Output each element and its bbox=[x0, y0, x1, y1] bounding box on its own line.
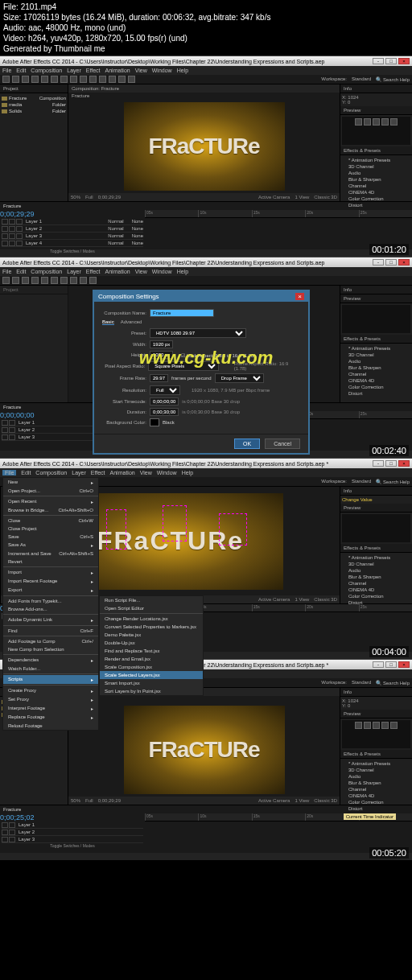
camera-view[interactable]: Active Camera bbox=[258, 195, 290, 200]
menu-item[interactable]: Browse Add-ons... bbox=[3, 605, 98, 613]
menu-item[interactable]: Import▸ bbox=[3, 568, 98, 577]
effect-category[interactable]: Blur & Sharpen bbox=[342, 176, 410, 183]
layer-row[interactable]: Layer 2NormalNone bbox=[2, 225, 143, 233]
effect-category[interactable]: Color Correction bbox=[342, 196, 410, 202]
menu-item[interactable]: Add Fonts from Typekit... bbox=[3, 597, 98, 605]
menu-item[interactable]: Open Project...Ctrl+O bbox=[3, 487, 98, 495]
script-item[interactable]: Scale Selected Layers.jsx bbox=[100, 671, 203, 679]
play-icon[interactable] bbox=[373, 118, 380, 126]
menu-item[interactable]: Revert bbox=[3, 558, 98, 566]
close-button[interactable]: × bbox=[398, 259, 410, 266]
script-item[interactable]: Demo Palette.jsx bbox=[100, 631, 203, 639]
camera-tool-icon[interactable] bbox=[41, 76, 48, 83]
folder-item[interactable]: SolidsFolder bbox=[2, 108, 66, 114]
comp-tab[interactable]: Composition: Fracture bbox=[68, 84, 340, 93]
tab-basic[interactable]: Basic bbox=[102, 319, 114, 325]
next-frame-icon[interactable] bbox=[381, 118, 389, 126]
zoom-level[interactable]: 50% bbox=[71, 195, 80, 200]
hand-tool-icon[interactable] bbox=[12, 76, 19, 83]
framerate-input[interactable]: 29.97 bbox=[150, 374, 168, 382]
menu-item[interactable]: Export▸ bbox=[3, 586, 98, 595]
info-tab[interactable]: Info bbox=[340, 84, 412, 93]
minimize-button[interactable]: - bbox=[373, 259, 384, 266]
menu-item[interactable]: New Comp from Selection bbox=[3, 645, 98, 653]
workspace-dropdown[interactable]: Standard bbox=[352, 76, 371, 82]
text-tool-icon[interactable] bbox=[89, 76, 97, 83]
comp-name-input[interactable] bbox=[150, 309, 214, 317]
menu-item[interactable]: Import Recent Footage▸ bbox=[3, 577, 98, 586]
layer-row[interactable]: Layer 3NormalNone bbox=[2, 233, 143, 240]
toggle-switches[interactable]: Toggle Switches / Modes bbox=[0, 247, 145, 253]
menu-effect[interactable]: Effect bbox=[86, 68, 101, 73]
menu-item[interactable]: Scripts▸ bbox=[3, 675, 98, 684]
menu-item[interactable]: Browse in Bridge...Ctrl+Alt+Shift+O bbox=[3, 506, 98, 514]
menu-item[interactable]: Set Proxy▸ bbox=[3, 695, 98, 704]
script-item[interactable]: Smart Import.jsx bbox=[100, 679, 203, 687]
dialog-close-icon[interactable]: × bbox=[295, 293, 304, 300]
menu-item[interactable]: FindCtrl+F bbox=[3, 627, 98, 635]
menu-help[interactable]: Help bbox=[177, 68, 188, 73]
script-item[interactable]: Scale Composition.jsx bbox=[100, 663, 203, 671]
menu-item[interactable]: Reload Footage bbox=[3, 722, 98, 730]
menu-item[interactable]: Interpret Footage▸ bbox=[3, 704, 98, 713]
eraser-tool-icon[interactable] bbox=[118, 76, 126, 83]
menu-item[interactable]: Save As▸ bbox=[3, 541, 98, 550]
resolution-dropdown[interactable]: Full bbox=[150, 385, 180, 395]
menu-item[interactable]: Increment and SaveCtrl+Alt+Shift+S bbox=[3, 550, 98, 558]
menu-layer[interactable]: Layer bbox=[67, 68, 81, 73]
preset-dropdown[interactable]: HDTV 1080 29.97 bbox=[150, 328, 246, 338]
script-item[interactable]: Render and Email.jsx bbox=[100, 655, 203, 663]
folder-item[interactable]: FractureComposition bbox=[2, 95, 66, 101]
menu-window[interactable]: Window bbox=[152, 68, 172, 73]
effect-category[interactable]: 3D Channel bbox=[342, 163, 410, 170]
ok-button[interactable]: OK bbox=[234, 439, 260, 449]
zoom-tool-icon[interactable] bbox=[22, 76, 29, 83]
effect-category[interactable]: Distort bbox=[342, 202, 410, 208]
last-frame-icon[interactable] bbox=[390, 118, 398, 126]
effect-category[interactable]: Audio bbox=[342, 170, 410, 176]
timecode[interactable]: 0;00;29;29 bbox=[0, 210, 145, 218]
script-item[interactable]: Change Render Locations.jsx bbox=[100, 615, 203, 623]
rotate-tool-icon[interactable] bbox=[31, 76, 39, 83]
script-item[interactable]: Double-Up.jsx bbox=[100, 639, 203, 647]
pen-tool-icon[interactable] bbox=[80, 76, 87, 83]
layer-row[interactable]: Layer 4NormalNone bbox=[2, 240, 143, 247]
dialog-titlebar[interactable]: Composition Settings× bbox=[94, 291, 308, 302]
view-count[interactable]: 1 View bbox=[295, 195, 309, 200]
menu-item[interactable]: Create Proxy▸ bbox=[3, 686, 98, 695]
pan-tool-icon[interactable] bbox=[51, 76, 58, 83]
menu-item[interactable]: Watch Folder... bbox=[3, 665, 98, 673]
minimize-button[interactable]: - bbox=[373, 58, 384, 64]
timeline-comp[interactable]: Fracture bbox=[3, 204, 21, 208]
drop-dropdown[interactable]: Drop Frame bbox=[215, 373, 264, 383]
menu-item[interactable]: Add Footage to CompCtrl+/ bbox=[3, 637, 98, 645]
menu-item[interactable]: Open Recent▸ bbox=[3, 497, 98, 506]
menu-item[interactable]: Adobe Dynamic Link▸ bbox=[3, 616, 98, 624]
par-dropdown[interactable]: Square Pixels bbox=[148, 361, 218, 371]
timecode[interactable]: 0;00;25;02 bbox=[0, 813, 145, 821]
resolution-dropdown[interactable]: Full bbox=[85, 195, 93, 200]
effects-tab[interactable]: Effects & Presets bbox=[340, 146, 412, 155]
preview-tab[interactable]: Preview bbox=[340, 106, 412, 115]
effect-category[interactable]: Channel bbox=[342, 183, 410, 189]
effect-category[interactable]: * Animation Presets bbox=[342, 157, 410, 163]
script-item[interactable]: Open Script Editor bbox=[100, 604, 203, 612]
close-button[interactable]: × bbox=[398, 58, 410, 64]
canvas[interactable]: FRaCTURe bbox=[124, 102, 285, 191]
tab-advanced[interactable]: Advanced bbox=[121, 319, 142, 325]
first-frame-icon[interactable] bbox=[355, 118, 362, 126]
brush-tool-icon[interactable] bbox=[99, 76, 106, 83]
layer-row[interactable]: Layer 1NormalNone bbox=[2, 218, 143, 225]
script-item[interactable]: Convert Selected Properties to Markers.j… bbox=[100, 623, 203, 631]
selection-tool-icon[interactable] bbox=[2, 76, 10, 83]
menu-item[interactable]: Close Project bbox=[3, 525, 98, 533]
maximize-button[interactable]: □ bbox=[385, 58, 397, 64]
cancel-button[interactable]: Cancel bbox=[265, 439, 300, 449]
start-timecode-input[interactable]: 0;00;00;00 bbox=[150, 397, 179, 406]
puppet-tool-icon[interactable] bbox=[128, 76, 135, 83]
height-input[interactable]: 1080 px bbox=[150, 351, 173, 359]
menu-file[interactable]: File bbox=[2, 470, 16, 476]
anchor-tool-icon[interactable] bbox=[60, 76, 68, 83]
bg-color-swatch[interactable] bbox=[150, 418, 159, 426]
time-ruler[interactable]: 05s10s15s20s25s bbox=[145, 210, 412, 218]
